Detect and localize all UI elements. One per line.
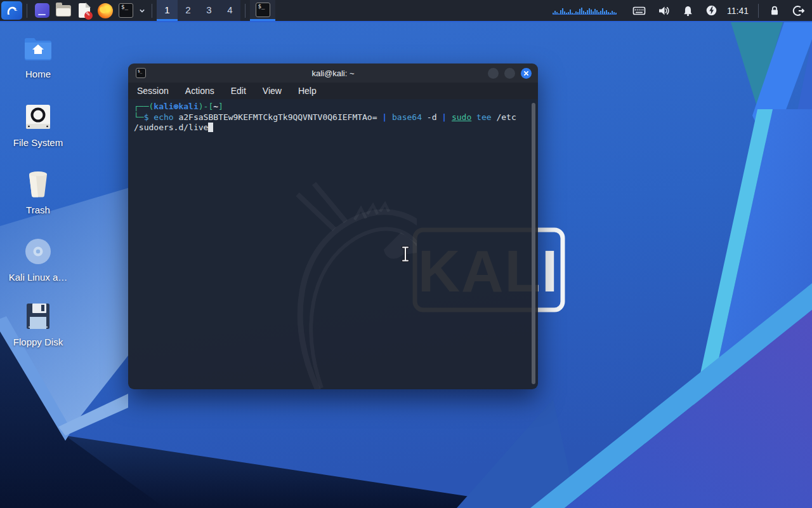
top-panel: $_ 1 2 3 4 $_ <box>0 0 812 22</box>
menu-session[interactable]: Session <box>137 86 169 96</box>
file-manager-button[interactable] <box>55 2 72 19</box>
home-folder-icon <box>5 33 71 64</box>
menu-edit[interactable]: Edit <box>231 86 246 96</box>
terminal-launcher-button[interactable]: $_ <box>117 2 134 19</box>
desktop-icon-label: Trash <box>5 204 71 215</box>
system-tray: 11:41 <box>553 0 812 21</box>
clock[interactable]: 11:41 <box>727 6 749 16</box>
workspace-pager: 1 2 3 4 <box>157 0 240 21</box>
window-title: kali@kali: ~ <box>128 69 538 78</box>
menu-actions[interactable]: Actions <box>185 86 214 96</box>
window-menubar: Session Actions Edit View Help <box>128 83 538 99</box>
text-editor-button[interactable] <box>75 2 93 19</box>
minimize-button[interactable] <box>488 68 499 79</box>
close-button[interactable] <box>521 68 532 79</box>
desktop-icon-floppy-disk[interactable]: Floppy Disk <box>5 301 71 347</box>
chevron-down-icon[interactable] <box>137 6 147 16</box>
workspace-4[interactable]: 4 <box>219 0 240 21</box>
trash-can-icon <box>5 169 71 199</box>
workspace-3[interactable]: 3 <box>199 0 219 21</box>
taskbar-terminal-button[interactable]: $_ <box>250 0 275 21</box>
panel-separator <box>245 4 246 18</box>
app-launcher-icon <box>35 3 49 18</box>
logout-icon[interactable] <box>792 4 804 17</box>
panel-separator <box>152 4 152 18</box>
workspace-2[interactable]: 2 <box>178 0 199 21</box>
text-editor-icon <box>79 3 90 18</box>
desktop-icon-file-system[interactable]: File System <box>5 102 71 148</box>
kali-menu-button[interactable] <box>1 1 22 20</box>
cpu-graph[interactable] <box>553 6 617 15</box>
panel-separator <box>758 4 759 18</box>
terminal-line: ┌──(kali⊛kali)-[~] <box>134 102 528 112</box>
menu-view[interactable]: View <box>263 86 282 96</box>
window-titlebar[interactable]: kali@kali: ~ $_ <box>128 64 538 83</box>
terminal-window: kali@kali: ~ $_ Session Actions Edit Vie… <box>128 64 538 389</box>
desktop-icon-label: Floppy Disk <box>5 337 71 347</box>
kali-dragon-icon <box>6 4 18 17</box>
desktop: { "panel": { "launchers": [ {"name": "ka… <box>0 0 812 508</box>
desktop-icon-trash[interactable]: Trash <box>5 169 71 215</box>
file-manager-icon <box>56 5 71 17</box>
terminal-output: ┌──(kali⊛kali)-[~]└─$ echo a2FsaSBBTEw9K… <box>134 102 528 133</box>
close-icon <box>523 70 529 76</box>
workspace-1[interactable]: 1 <box>157 0 178 21</box>
desktop-icon-label: File System <box>5 137 71 148</box>
terminal-body[interactable]: ┌──(kali⊛kali)-[~]└─$ echo a2FsaSBBTEw9K… <box>128 99 538 389</box>
notifications-bell-icon[interactable] <box>682 4 694 17</box>
desktop-icon-home[interactable]: Home <box>5 33 71 79</box>
app-launcher-button[interactable] <box>34 2 51 19</box>
panel-separator <box>27 4 27 18</box>
file-system-drive-icon <box>5 102 71 132</box>
window-terminal-icon: $_ <box>136 68 146 78</box>
desktop-icon-label: Home <box>5 69 71 79</box>
keyboard-icon[interactable] <box>632 5 646 17</box>
firefox-icon <box>98 3 113 18</box>
terminal-line: └─$ echo a2FsaSBBTEw9KEFMTCkgTk9QQVNTV0Q… <box>134 112 528 123</box>
desktop-icon-kali-linux[interactable]: Kali Linux a… <box>5 236 71 283</box>
terminal-icon: $_ <box>256 3 270 17</box>
menu-help[interactable]: Help <box>298 86 317 96</box>
cd-disc-icon <box>5 236 71 267</box>
floppy-disk-icon <box>5 301 71 331</box>
power-manager-icon[interactable] <box>705 4 717 17</box>
window-controls <box>488 68 532 79</box>
lock-icon[interactable] <box>769 4 780 17</box>
scrollbar-thumb[interactable] <box>532 103 535 384</box>
volume-icon[interactable] <box>657 4 671 17</box>
terminal-icon: $_ <box>119 3 133 18</box>
firefox-button[interactable] <box>96 2 114 19</box>
maximize-button[interactable] <box>504 68 515 79</box>
terminal-line: /sudoers.d/live <box>134 123 528 133</box>
kali-dragon-watermark <box>258 166 417 389</box>
desktop-icon-label: Kali Linux a… <box>5 272 71 283</box>
